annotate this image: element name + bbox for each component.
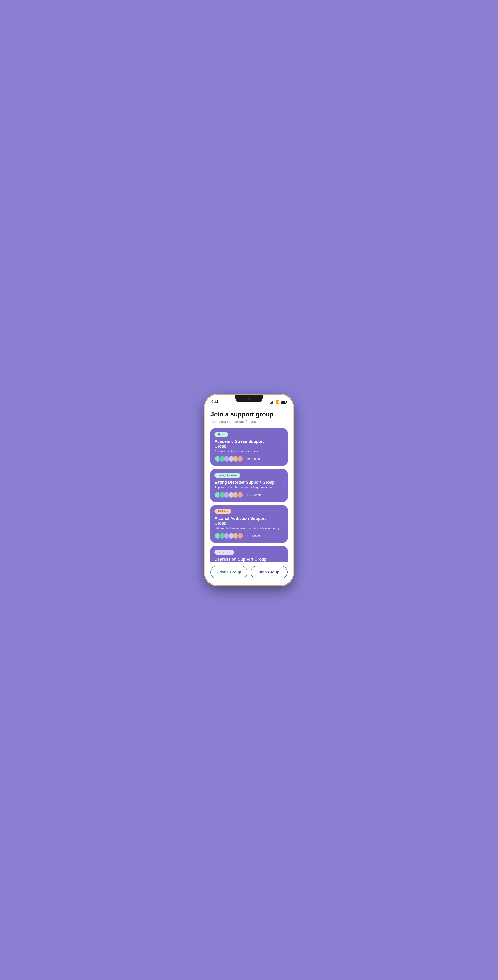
avatar: [237, 533, 243, 539]
group-desc-eating: Support each other as we undergo treatme…: [215, 486, 283, 489]
avatars-addiction: [215, 533, 242, 539]
avatars-eating: [215, 492, 242, 498]
group-tag-stress: Stress: [215, 432, 228, 437]
phone-inner: 9:41 📶 Join a support group Recommended …: [205, 395, 293, 585]
signal-icon: [270, 401, 274, 404]
page-title: Join a support group: [210, 410, 288, 418]
chevron-right-icon: ›: [282, 445, 283, 449]
create-group-button[interactable]: Create Group: [210, 566, 247, 578]
group-card-stress[interactable]: Stress Academic Stress Support Group Spa…: [210, 428, 288, 466]
members-count-stress: +9 People: [247, 457, 260, 460]
status-icons: 📶: [270, 400, 287, 404]
group-title-eating: Eating Disorder Support Group: [215, 480, 283, 485]
status-time: 9:41: [211, 400, 218, 404]
group-tag-eating: Eating Disorders: [215, 473, 240, 478]
cards-container: Stress Academic Stress Support Group Spa…: [210, 428, 288, 562]
members-row-eating: +10 People: [215, 492, 283, 498]
phone-frame: 9:41 📶 Join a support group Recommended …: [205, 395, 293, 585]
wifi-icon: 📶: [275, 400, 280, 404]
chevron-right-icon: ›: [282, 560, 283, 562]
avatars-stress: [215, 456, 242, 462]
chevron-right-icon: ›: [282, 522, 283, 526]
page-subtitle: Recommended groups for you: [210, 420, 288, 423]
group-desc-addiction: Help each other recover from alcohol dep…: [215, 527, 283, 530]
group-card-depression[interactable]: Depression Depression Support Group Exch…: [210, 546, 288, 562]
bottom-buttons: Create Group Join Group: [205, 562, 293, 585]
members-row-stress: +9 People: [215, 456, 283, 462]
avatar: [237, 492, 243, 498]
notch: [235, 395, 263, 402]
group-tag-depression: Depression: [215, 550, 234, 555]
content-area: Join a support group Recommended groups …: [205, 406, 293, 562]
join-group-button[interactable]: Join Group: [251, 566, 288, 578]
members-count-addiction: +7 People: [247, 534, 260, 538]
group-title-addiction: Alcohol Addiction Support Group: [215, 516, 283, 526]
group-tag-addiction: Addiction: [215, 509, 231, 514]
group-title-depression: Depression Support Group: [215, 557, 283, 562]
chevron-right-icon: ›: [282, 484, 283, 487]
members-count-eating: +10 People: [247, 493, 261, 496]
avatar: [237, 456, 243, 462]
battery-icon: [281, 401, 287, 404]
group-title-stress: Academic Stress Support Group: [215, 439, 283, 449]
members-row-addiction: +7 People: [215, 533, 283, 539]
group-desc-stress: Space to rant about school stress: [215, 450, 283, 453]
group-card-eating[interactable]: Eating Disorders Eating Disorder Support…: [210, 469, 288, 502]
camera: [248, 397, 250, 400]
group-card-addiction[interactable]: Addiction Alcohol Addiction Support Grou…: [210, 505, 288, 542]
